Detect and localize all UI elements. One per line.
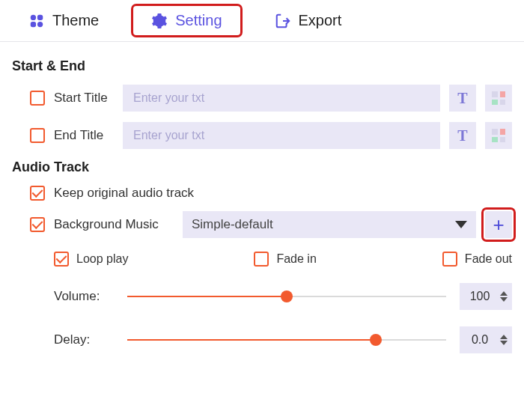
text-style-button[interactable]: T (449, 122, 476, 149)
bg-music-selected-value: Simple-default (192, 217, 273, 232)
tab-setting[interactable]: Setting (135, 7, 238, 34)
start-title-checkbox[interactable] (30, 91, 45, 106)
keep-original-label: Keep original audio track (54, 186, 194, 201)
bg-music-label: Background Music (54, 217, 174, 232)
gear-icon (151, 13, 168, 29)
fade-in-checkbox[interactable] (254, 252, 269, 267)
fade-out-label: Fade out (465, 252, 512, 266)
playback-options-row: Loop play Fade in Fade out (12, 252, 512, 267)
tab-export[interactable]: Export (269, 9, 348, 32)
color-grid-icon (492, 91, 505, 105)
delay-spinner[interactable]: 0.0 (460, 326, 512, 353)
tab-setting-label: Setting (175, 12, 222, 29)
delay-label: Delay: (54, 332, 114, 347)
svg-point-3 (37, 21, 43, 26)
start-title-row: Start Title T (12, 85, 512, 112)
end-title-checkbox[interactable] (30, 128, 45, 143)
start-title-input[interactable] (123, 85, 440, 112)
fade-in-label: Fade in (276, 252, 316, 266)
delay-row: Delay: 0.0 (12, 326, 512, 353)
fade-out-checkbox[interactable] (442, 252, 457, 267)
tab-theme[interactable]: Theme (22, 9, 105, 32)
chevron-down-icon (455, 221, 467, 228)
text-style-button[interactable]: T (449, 85, 476, 112)
volume-step-down[interactable] (500, 297, 508, 302)
volume-spinner[interactable]: 100 (460, 283, 512, 310)
volume-row: Volume: 100 (12, 283, 512, 310)
color-grid-icon (492, 129, 505, 142)
delay-slider[interactable] (127, 332, 446, 347)
loop-play-label: Loop play (76, 252, 128, 266)
keep-original-checkbox[interactable] (30, 186, 45, 201)
delay-step-up[interactable] (500, 335, 508, 339)
delay-step-down[interactable] (500, 341, 508, 345)
bg-music-row: Background Music Simple-default + (12, 211, 512, 238)
svg-rect-1 (37, 14, 43, 19)
end-title-label: End Title (54, 128, 114, 143)
tab-theme-label: Theme (52, 12, 99, 29)
volume-value: 100 (460, 290, 500, 303)
tab-bar: Theme Setting Export (0, 0, 524, 42)
section-audio-title: Audio Track (12, 159, 512, 175)
section-start-end-title: Start & End (12, 58, 512, 74)
add-music-button[interactable]: + (485, 211, 512, 238)
tab-export-label: Export (299, 12, 342, 29)
export-icon (275, 13, 291, 29)
plus-icon: + (493, 215, 504, 234)
loop-play-checkbox[interactable] (54, 252, 69, 267)
volume-label: Volume: (54, 289, 114, 304)
bg-music-select[interactable]: Simple-default (183, 211, 476, 238)
volume-slider[interactable] (127, 289, 446, 304)
color-picker-button[interactable] (485, 85, 512, 112)
bg-music-checkbox[interactable] (30, 217, 45, 232)
svg-rect-2 (31, 21, 36, 26)
start-title-label: Start Title (54, 91, 114, 106)
delay-value: 0.0 (460, 333, 500, 347)
theme-icon (28, 13, 45, 29)
volume-step-up[interactable] (500, 291, 508, 296)
keep-original-row: Keep original audio track (12, 186, 512, 201)
end-title-input[interactable] (123, 122, 440, 149)
end-title-row: End Title T (12, 122, 512, 149)
color-picker-button[interactable] (485, 122, 512, 149)
svg-point-0 (31, 14, 36, 19)
